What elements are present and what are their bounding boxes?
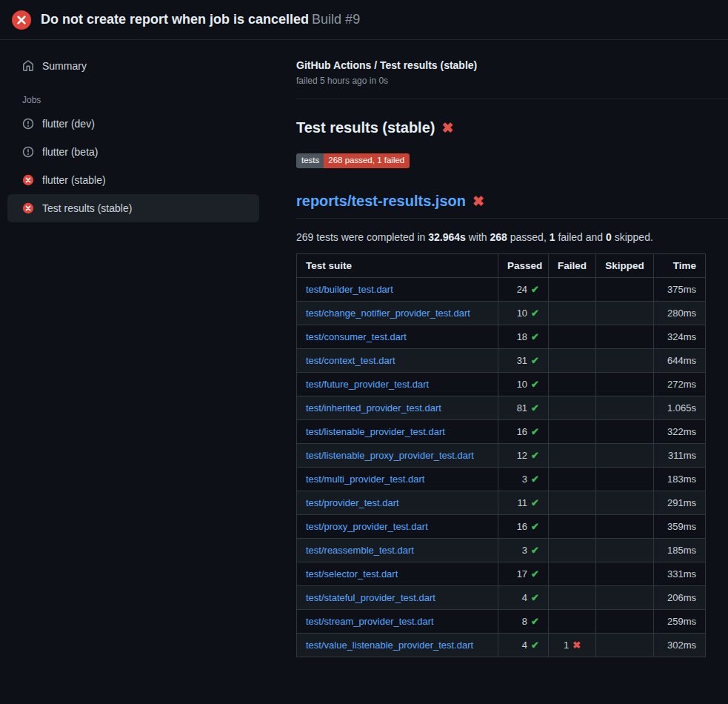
- passed-cell: 31✔: [498, 348, 549, 372]
- check-icon: ✔: [531, 616, 539, 627]
- suite-cell: test/stream_provider_test.dart: [297, 609, 498, 633]
- summary-number: 32.964s: [428, 231, 466, 243]
- passed-cell: 4✔: [498, 633, 549, 657]
- sidebar-job-test-results-stable[interactable]: Test results (stable): [7, 194, 259, 222]
- suite-cell: test/change_notifier_provider_test.dart: [297, 301, 498, 325]
- passed-cell: 11✔: [498, 491, 549, 514]
- test-suite-link[interactable]: test/provider_test.dart: [306, 497, 399, 508]
- time-cell: 311ms: [654, 443, 706, 467]
- test-suite-link[interactable]: test/inherited_provider_test.dart: [306, 402, 441, 414]
- summary-text: skipped.: [612, 231, 653, 243]
- report-link[interactable]: reports/test-results.json: [296, 193, 466, 210]
- suite-cell: test/inherited_provider_test.dart: [297, 396, 498, 419]
- check-icon: ✔: [531, 331, 539, 342]
- count: 4: [522, 592, 527, 603]
- table-row: test/stateful_provider_test.dart4✔206ms: [297, 585, 706, 609]
- sidebar-job-flutter-dev[interactable]: flutter (dev): [7, 110, 259, 138]
- failed-status-icon: [12, 10, 31, 30]
- test-suite-link[interactable]: test/context_test.dart: [306, 355, 395, 366]
- column-header-failed: Failed: [549, 253, 596, 277]
- job-label: flutter (dev): [42, 118, 95, 130]
- skipped-cell: [596, 514, 654, 538]
- table-row: test/listenable_provider_test.dart16✔322…: [297, 419, 706, 443]
- time-cell: 322ms: [654, 419, 706, 443]
- test-suite-link[interactable]: test/consumer_test.dart: [306, 331, 407, 342]
- failed-cell: [549, 443, 596, 467]
- summary-text: failed and: [555, 231, 607, 243]
- cross-icon: ✖: [572, 640, 581, 651]
- section-title-text: Test results (stable): [296, 119, 435, 136]
- test-suite-link[interactable]: test/multi_provider_test.dart: [306, 474, 424, 485]
- count: 10: [517, 308, 527, 319]
- skipped-cell: [596, 419, 654, 443]
- failed-cell: [549, 372, 596, 396]
- check-icon: ✔: [531, 521, 539, 532]
- test-suite-link[interactable]: test/reassemble_test.dart: [306, 545, 414, 556]
- test-suite-link[interactable]: test/stream_provider_test.dart: [306, 616, 434, 627]
- test-suite-link[interactable]: test/value_listenable_provider_test.dart: [306, 640, 473, 651]
- test-suite-link[interactable]: test/listenable_proxy_provider_test.dart: [306, 450, 474, 461]
- table-row: test/value_listenable_provider_test.dart…: [297, 633, 706, 657]
- skipped-cell: [596, 372, 654, 396]
- test-suite-link[interactable]: test/future_provider_test.dart: [306, 379, 429, 390]
- jobs-heading: Jobs: [22, 95, 259, 105]
- time-cell: 644ms: [654, 348, 706, 372]
- suite-cell: test/provider_test.dart: [297, 491, 498, 514]
- table-row: test/context_test.dart31✔644ms: [297, 348, 706, 372]
- x-circle-icon: [22, 174, 34, 186]
- test-suite-link[interactable]: test/change_notifier_provider_test.dart: [306, 308, 470, 319]
- badge-label: tests: [296, 153, 324, 168]
- check-icon: ✔: [531, 545, 539, 556]
- summary-number: 0: [606, 231, 612, 243]
- results-table-body: test/builder_test.dart24✔375mstest/chang…: [297, 277, 706, 657]
- passed-cell: 16✔: [498, 514, 549, 538]
- failed-cell: [549, 538, 596, 562]
- time-cell: 259ms: [654, 609, 706, 633]
- time-cell: 375ms: [654, 277, 706, 301]
- count: 16: [517, 521, 527, 532]
- x-circle-icon: [22, 202, 34, 214]
- check-icon: ✔: [531, 355, 539, 366]
- summary-number: 1: [550, 231, 555, 243]
- time-cell: 331ms: [654, 562, 706, 585]
- test-suite-link[interactable]: test/builder_test.dart: [306, 284, 393, 295]
- home-icon: [22, 60, 34, 72]
- suite-cell: test/consumer_test.dart: [297, 325, 498, 348]
- suite-cell: test/listenable_proxy_provider_test.dart: [297, 443, 498, 467]
- count: 17: [517, 568, 527, 580]
- test-suite-link[interactable]: test/listenable_provider_test.dart: [306, 426, 445, 437]
- passed-cell: 17✔: [498, 562, 549, 585]
- count: 10: [517, 379, 527, 390]
- skipped-cell: [596, 325, 654, 348]
- skipped-cell: [596, 538, 654, 562]
- skipped-cell: [596, 348, 654, 372]
- time-cell: 206ms: [654, 585, 706, 609]
- table-row: test/reassemble_test.dart3✔185ms: [297, 538, 706, 562]
- test-suite-link[interactable]: test/proxy_provider_test.dart: [306, 521, 428, 532]
- check-run-header: Do not create report when job is cancell…: [0, 0, 728, 40]
- check-icon: ✔: [531, 474, 539, 485]
- skipped-cell: [596, 585, 654, 609]
- suite-cell: test/value_listenable_provider_test.dart: [297, 633, 498, 657]
- failed-cell: [549, 419, 596, 443]
- section-divider: [296, 99, 728, 99]
- sidebar-job-flutter-stable[interactable]: flutter (stable): [7, 166, 259, 194]
- failed-cell: [549, 585, 596, 609]
- summary-number: 268: [490, 231, 507, 243]
- sidebar-job-flutter-beta[interactable]: flutter (beta): [7, 138, 259, 166]
- run-status-line: failed 5 hours ago in 0s: [296, 76, 728, 86]
- suite-cell: test/stateful_provider_test.dart: [297, 585, 498, 609]
- time-cell: 1.065s: [654, 396, 706, 419]
- time-cell: 280ms: [654, 301, 706, 325]
- passed-cell: 16✔: [498, 419, 549, 443]
- passed-cell: 24✔: [498, 277, 549, 301]
- test-suite-link[interactable]: test/stateful_provider_test.dart: [306, 592, 435, 603]
- sidebar-item-summary[interactable]: Summary: [7, 52, 259, 80]
- check-icon: ✔: [531, 308, 539, 319]
- test-suite-link[interactable]: test/selector_test.dart: [306, 568, 398, 580]
- suite-cell: test/multi_provider_test.dart: [297, 467, 498, 491]
- jobs-list: flutter (dev)flutter (beta)flutter (stab…: [7, 110, 259, 222]
- count: 3: [522, 545, 527, 556]
- report-title: reports/test-results.json ✖: [296, 193, 728, 219]
- passed-cell: 10✔: [498, 301, 549, 325]
